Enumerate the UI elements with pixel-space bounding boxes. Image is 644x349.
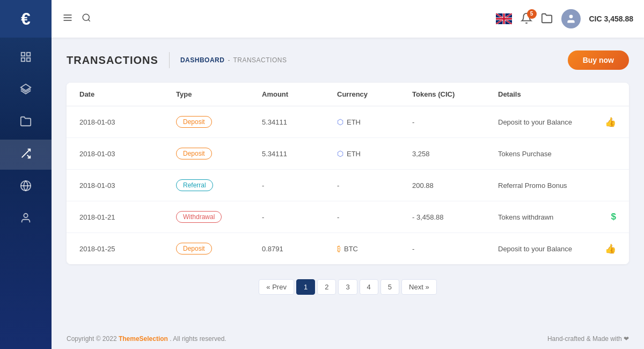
language-selector[interactable] bbox=[496, 13, 512, 24]
prev-page-button[interactable]: « Prev bbox=[259, 279, 294, 295]
col-date: Date bbox=[79, 90, 176, 98]
sidebar-item-shuffle[interactable] bbox=[0, 140, 52, 170]
content-area: TRANSACTIONS DASHBOARD - TRANSACTIONS Bu… bbox=[52, 38, 644, 329]
pagination: « Prev 1 2 3 4 5 Next » bbox=[67, 279, 629, 295]
buy-now-button[interactable]: Buy now bbox=[568, 50, 629, 70]
dashboard-icon bbox=[20, 51, 32, 66]
sidebar-nav bbox=[0, 38, 52, 234]
svg-rect-0 bbox=[21, 52, 25, 55]
dollar-icon: $ bbox=[611, 212, 616, 222]
type-badge: Deposit bbox=[176, 116, 212, 128]
col-currency: Currency bbox=[337, 90, 412, 98]
logo-text: € bbox=[21, 9, 31, 29]
sidebar-item-dashboard[interactable] bbox=[0, 43, 52, 73]
sidebar-item-user[interactable] bbox=[0, 204, 52, 234]
sidebar: € bbox=[0, 0, 52, 349]
table-body: 2018-01-03 Deposit 5.34111 ⬡ ETH - Depos… bbox=[67, 106, 629, 264]
next-page-button[interactable]: Next » bbox=[401, 279, 437, 295]
row-amount: - bbox=[262, 181, 337, 190]
page-4-button[interactable]: 4 bbox=[360, 279, 378, 295]
notification-bell[interactable]: 5 bbox=[521, 12, 532, 26]
search-icon[interactable] bbox=[82, 13, 91, 25]
row-icon: 👍 bbox=[595, 243, 616, 255]
row-currency: ₿ BTC bbox=[337, 244, 412, 253]
thumbs-up-icon: 👍 bbox=[605, 243, 616, 255]
currency-label: - bbox=[337, 213, 339, 221]
col-tokens: Tokens (CIC) bbox=[412, 90, 498, 98]
svg-line-14 bbox=[88, 19, 90, 21]
row-details: Deposit to your Balance bbox=[498, 118, 595, 126]
row-amount: - bbox=[262, 213, 337, 221]
svg-point-16 bbox=[569, 15, 573, 19]
sidebar-item-layers[interactable] bbox=[0, 75, 52, 105]
svg-rect-1 bbox=[27, 52, 30, 55]
shuffle-icon bbox=[20, 148, 32, 162]
table-row: 2018-01-21 Withdrawal - - - 3,458.88 Tok… bbox=[67, 201, 629, 233]
topbar-right: 5 CIC 3,458.88 bbox=[496, 9, 634, 28]
folder-nav-icon bbox=[20, 115, 32, 130]
svg-point-9 bbox=[24, 213, 27, 217]
btc-icon: ₿ bbox=[337, 244, 341, 253]
row-tokens: - bbox=[412, 245, 498, 253]
svg-rect-2 bbox=[21, 57, 25, 61]
footer: Copyright © 2022 ThemeSelection . All ri… bbox=[52, 329, 644, 349]
type-badge: Deposit bbox=[176, 243, 212, 255]
main-area: 5 CIC 3,458.88 TRANSACTIONS bbox=[52, 0, 644, 349]
table-header: Date Type Amount Currency Tokens (CIC) D… bbox=[67, 83, 629, 106]
row-type: Withdrawal bbox=[176, 211, 262, 223]
footer-brand-link[interactable]: ThemeSelection bbox=[119, 335, 168, 343]
page-3-button[interactable]: 3 bbox=[338, 279, 357, 295]
table-row: 2018-01-03 Deposit 5.34111 ⬡ ETH 3,258 T… bbox=[67, 138, 629, 170]
row-date: 2018-01-21 bbox=[79, 213, 176, 221]
table-row: 2018-01-25 Deposit 0.8791 ₿ BTC - Deposi… bbox=[67, 233, 629, 264]
notification-count: 5 bbox=[527, 9, 537, 19]
col-type: Type bbox=[176, 90, 262, 98]
row-amount: 5.34111 bbox=[262, 150, 337, 158]
row-currency: ⬡ ETH bbox=[337, 149, 412, 158]
breadcrumb-divider bbox=[169, 52, 170, 68]
breadcrumb-home[interactable]: DASHBOARD bbox=[180, 56, 225, 64]
breadcrumb-current: TRANSACTIONS bbox=[233, 56, 287, 64]
row-tokens: - 3,458.88 bbox=[412, 213, 498, 221]
footer-copyright: Copyright © 2022 ThemeSelection . All ri… bbox=[67, 335, 226, 343]
row-currency: ⬡ ETH bbox=[337, 118, 412, 126]
thumbs-up-icon: 👍 bbox=[605, 117, 616, 128]
currency-label: ETH bbox=[347, 118, 361, 126]
page-header: TRANSACTIONS DASHBOARD - TRANSACTIONS Bu… bbox=[67, 50, 629, 70]
topbar-folder-icon[interactable] bbox=[541, 12, 553, 26]
page-1-button[interactable]: 1 bbox=[296, 279, 315, 295]
sidebar-item-globe[interactable] bbox=[0, 172, 52, 202]
user-avatar[interactable] bbox=[561, 9, 581, 28]
breadcrumb: DASHBOARD - TRANSACTIONS bbox=[180, 56, 287, 64]
page-5-button[interactable]: 5 bbox=[380, 279, 399, 295]
svg-point-13 bbox=[83, 14, 89, 20]
globe-icon bbox=[20, 180, 32, 194]
topbar-left bbox=[62, 12, 91, 26]
sidebar-item-folder[interactable] bbox=[0, 107, 52, 137]
row-details: Referral Promo Bonus bbox=[498, 181, 595, 190]
currency-label: BTC bbox=[344, 245, 358, 253]
row-date: 2018-01-25 bbox=[79, 245, 176, 253]
row-type: Deposit bbox=[176, 148, 262, 159]
currency-label: - bbox=[337, 181, 339, 190]
type-badge: Deposit bbox=[176, 148, 212, 159]
page-title: TRANSACTIONS bbox=[67, 54, 158, 67]
row-amount: 5.34111 bbox=[262, 118, 337, 126]
row-date: 2018-01-03 bbox=[79, 181, 176, 190]
breadcrumb-sep: - bbox=[228, 56, 230, 64]
footer-right: Hand-crafted & Made with ❤ bbox=[547, 335, 629, 343]
row-details: Tokens withdrawn bbox=[498, 213, 595, 221]
menu-icon[interactable] bbox=[62, 12, 73, 26]
sidebar-logo[interactable]: € bbox=[0, 0, 52, 38]
row-type: Deposit bbox=[176, 116, 262, 128]
row-details: Deposit to your Balance bbox=[498, 245, 595, 253]
col-details: Details bbox=[498, 90, 595, 98]
eth-icon: ⬡ bbox=[337, 118, 343, 126]
type-badge: Referral bbox=[176, 179, 213, 191]
page-header-left: TRANSACTIONS DASHBOARD - TRANSACTIONS bbox=[67, 52, 287, 68]
user-balance[interactable]: CIC 3,458.88 bbox=[589, 14, 634, 23]
col-amount: Amount bbox=[262, 90, 337, 98]
page-2-button[interactable]: 2 bbox=[317, 279, 336, 295]
topbar: 5 CIC 3,458.88 bbox=[52, 0, 644, 38]
row-date: 2018-01-03 bbox=[79, 118, 176, 126]
